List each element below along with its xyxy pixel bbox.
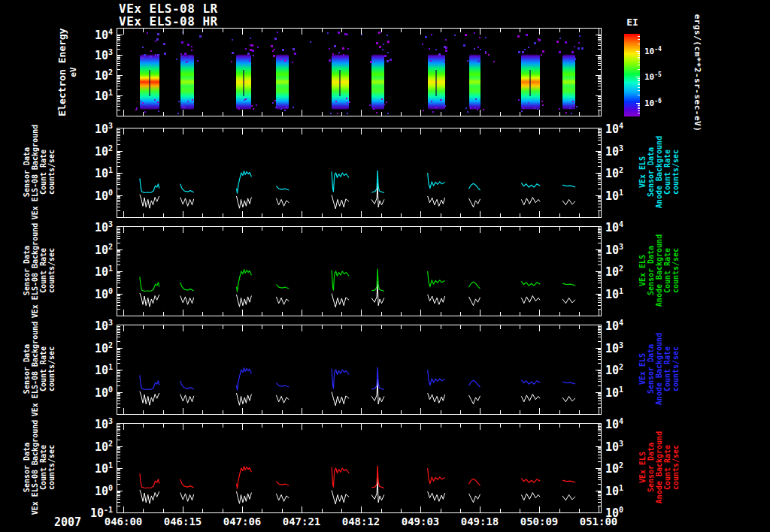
line-panel-left-ytick-label: 102: [80, 242, 113, 256]
colorbar-minor-tick: [638, 44, 640, 44]
spectrogram-ticks-layer: [117, 29, 601, 116]
colorbar-minor-tick: [638, 59, 640, 59]
x-axis-tick-label: 049:18: [461, 515, 499, 527]
spectrogram-ytick-label: 104: [80, 28, 113, 42]
colorbar-minor-tick: [638, 80, 640, 80]
colorbar-minor-tick: [638, 78, 640, 79]
line-panel-right-ytick-label: 103: [605, 439, 623, 453]
label-line: Sensor Data: [23, 125, 31, 219]
colorbar-minor-tick: [638, 55, 640, 56]
label-line: Sensor Data: [647, 234, 655, 307]
line-panel-left-ytick-label: 101: [80, 264, 113, 279]
line-panel-left-ytick-label: 103: [80, 319, 113, 333]
left-axis-label-panel-2: Sensor DataVEx ELS-08 BackgroundCount Ra…: [23, 223, 56, 318]
line-panel-right-ytick-label: 101: [605, 286, 623, 301]
label-line: counts/sec: [47, 223, 56, 318]
spectrogram-ytick-label: 103: [80, 48, 113, 62]
left-axis-label-panel-3: Sensor DataVEx ELS-08 BackgroundCount Ra…: [23, 322, 56, 416]
colorbar-minor-tick: [638, 62, 640, 62]
line-panel-left-ytick-label: 100: [80, 188, 113, 202]
colorbar-major-tick: [636, 51, 640, 52]
x-axis-tick-label: 047:21: [283, 515, 321, 527]
colorbar-minor-tick: [638, 39, 640, 40]
line-panel-right-ytick-label: 101: [605, 483, 623, 497]
line-panel-right-ytick-label: 103: [605, 242, 623, 256]
x-axis-tick-label: 050:09: [520, 515, 559, 527]
colorbar-units-label: ergs/(cm**2-sr-sec-eV): [693, 14, 702, 132]
line-panel-left-ytick-label: 101: [80, 166, 113, 180]
line-panel-right-ytick-label: 104: [605, 417, 623, 431]
colorbar-minor-tick: [638, 87, 640, 88]
label-line: VEx ELS-08 Background: [31, 420, 39, 515]
plot-title-hr: VEx ELS-08 HR: [119, 14, 218, 29]
label-line: Sensor Data: [23, 420, 31, 515]
colorbar-minor-tick: [638, 53, 640, 53]
x-axis-tick-label: 051:00: [580, 515, 618, 527]
anode-panel-red-traces-layer: [117, 424, 601, 512]
vex-els-plot-screenshot: VEx ELS-08 LR VEx ELS-08 HR Electron Ene…: [0, 0, 770, 532]
right-axis-label-panel-1: VEx ELSSensor DataAnode BackgroundCount …: [638, 136, 680, 208]
label-line: counts/sec: [671, 431, 680, 503]
label-line: counts/sec: [671, 136, 680, 208]
colorbar-minor-tick: [638, 57, 640, 58]
spectrogram-ytick-label: 102: [80, 68, 113, 83]
label-line: VEx ELS: [638, 136, 647, 208]
label-line: Count Rate: [39, 322, 47, 416]
line-panel-left-ytick-label: 100: [80, 385, 113, 399]
label-line: Count Rate: [663, 333, 671, 405]
anode-panel-cyan-traces-layer: [117, 128, 601, 217]
colorbar-minor-tick: [638, 105, 640, 106]
line-panel-right-ytick-label: 103: [605, 340, 623, 355]
colorbar-minor-tick: [638, 108, 640, 109]
label-line: Count Rate: [663, 136, 671, 208]
label-line: VEx ELS-08 Background: [31, 322, 39, 416]
label-line: counts/sec: [671, 333, 680, 405]
colorbar-minor-tick: [638, 104, 640, 104]
spectrogram-y-axis-label-text: Electron Energy: [56, 28, 68, 116]
label-line: Sensor Data: [647, 431, 655, 503]
line-panel-right-ytick-label: 104: [605, 319, 623, 333]
line-panel-right-ytick-label: 103: [605, 144, 623, 158]
colorbar-minor-tick: [638, 36, 640, 37]
label-line: Anode Background: [655, 333, 663, 405]
line-panel-right-ytick-label: 101: [605, 385, 623, 399]
label-line: Sensor Data: [647, 333, 655, 405]
colorbar-tick-label: 10-5: [644, 71, 662, 83]
x-axis-tick-label: 049:03: [402, 515, 440, 527]
label-line: Sensor Data: [23, 322, 31, 416]
colorbar-minor-tick: [638, 107, 640, 107]
line-panel-right-ytick-label: 104: [605, 220, 623, 234]
x-axis-tick-label: 046:00: [105, 515, 143, 527]
x-axis-tick-label: 047:06: [223, 515, 262, 527]
colorbar-minor-tick: [638, 95, 640, 95]
anode-panel-green-panel: [117, 226, 602, 316]
spectrogram-panel: [117, 28, 602, 116]
colorbar-minor-tick: [638, 90, 640, 91]
label-line: VEx ELS: [638, 234, 647, 307]
line-panel-left-ytick-label: 103: [80, 122, 113, 136]
line-panel-left-ytick-label: 102: [80, 439, 113, 453]
line-panel-right-ytick-label: 102: [605, 363, 623, 377]
x-axis-tick-label: 048:12: [342, 515, 380, 527]
label-line: Anode Background: [655, 234, 663, 307]
label-line: Anode Background: [655, 431, 663, 503]
colorbar-minor-tick: [638, 65, 640, 65]
label-line: counts/sec: [47, 125, 56, 219]
colorbar-minor-tick: [638, 84, 640, 85]
x-axis-year-label: 2007: [54, 515, 81, 529]
label-line: Count Rate: [39, 125, 47, 219]
anode-panel-red-panel: [117, 423, 602, 513]
label-line: VEx ELS-08 Background: [31, 125, 39, 219]
spectrogram-y-axis-label: Electron Energy eV: [56, 28, 79, 116]
line-panel-right-ytick-label: 101: [605, 188, 623, 202]
spectrogram-ytick-label: 101: [80, 89, 113, 103]
label-line: Count Rate: [39, 420, 47, 515]
label-line: Count Rate: [39, 223, 47, 318]
right-axis-label-panel-2: VEx ELSSensor DataAnode BackgroundCount …: [638, 234, 680, 307]
anode-panel-blue-panel: [117, 325, 602, 415]
right-axis-label-panel-4: VEx ELSSensor DataAnode BackgroundCount …: [638, 431, 680, 503]
label-line: Sensor Data: [23, 223, 31, 318]
line-panel-right-ytick-label: 102: [605, 264, 623, 279]
line-panel-left-ytick-label: 103: [80, 220, 113, 234]
label-line: VEx ELS: [638, 431, 647, 503]
